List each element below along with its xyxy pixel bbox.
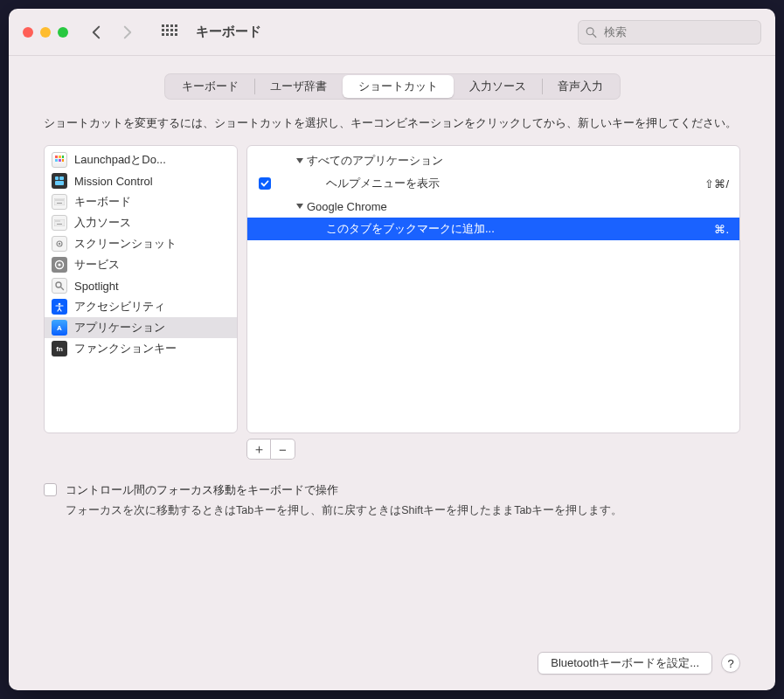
shortcut-item[interactable]: ヘルプメニューを表示 ⇧⌘/ bbox=[247, 172, 739, 195]
shortcut-label: このタブをブックマークに追加... bbox=[326, 221, 707, 237]
shortcut-group[interactable]: すべてのアプリケーション bbox=[247, 149, 739, 172]
svg-rect-33 bbox=[59, 221, 60, 222]
tab-keyboard[interactable]: キーボード bbox=[166, 75, 254, 98]
shortcut-list: すべてのアプリケーション ヘルプメニューを表示 ⇧⌘/ bbox=[246, 145, 740, 433]
close-icon[interactable] bbox=[23, 27, 33, 38]
svg-rect-27 bbox=[61, 200, 62, 201]
category-input-sources[interactable]: 入力ソース bbox=[45, 212, 237, 233]
keyboard-navigation-description: フォーカスを次に移動するときはTabキーを押し、前に戻すときはShiftキーを押… bbox=[66, 502, 740, 520]
tab-text[interactable]: ユーザ辞書 bbox=[254, 75, 343, 98]
window-title: キーボード bbox=[196, 24, 261, 40]
shortcut-group[interactable]: Google Chrome bbox=[247, 195, 739, 218]
shortcut-item[interactable]: このタブをブックマークに追加... ⌘. bbox=[247, 218, 739, 240]
show-all-icon[interactable] bbox=[157, 20, 182, 45]
svg-rect-2 bbox=[170, 24, 173, 27]
group-label: Google Chrome bbox=[307, 200, 387, 213]
category-keyboard[interactable]: キーボード bbox=[45, 191, 237, 212]
remove-button[interactable]: − bbox=[271, 439, 295, 460]
svg-rect-16 bbox=[62, 156, 64, 158]
category-mission-control[interactable]: Mission Control bbox=[45, 170, 237, 191]
svg-rect-5 bbox=[166, 29, 169, 31]
back-button[interactable] bbox=[84, 20, 108, 45]
svg-rect-25 bbox=[58, 200, 59, 201]
svg-point-36 bbox=[59, 243, 60, 245]
tab-dictation[interactable]: 音声入力 bbox=[542, 75, 619, 98]
category-label: Spotlight bbox=[74, 280, 119, 293]
function-keys-icon: fn bbox=[52, 341, 67, 356]
group-label: すべてのアプリケーション bbox=[307, 153, 443, 169]
category-function-keys[interactable]: fn ファンクションキー bbox=[45, 338, 237, 359]
search-icon bbox=[586, 26, 597, 38]
tab-input-sources[interactable]: 入力ソース bbox=[454, 75, 542, 98]
add-button[interactable]: ＋ bbox=[246, 439, 271, 460]
mission-control-icon bbox=[52, 173, 67, 189]
search-input[interactable] bbox=[602, 24, 753, 39]
accessibility-icon bbox=[52, 299, 67, 315]
svg-rect-19 bbox=[62, 159, 64, 162]
category-label: キーボード bbox=[74, 194, 131, 210]
category-label: Mission Control bbox=[74, 175, 153, 188]
keyboard-icon bbox=[52, 194, 67, 210]
help-button[interactable]: ? bbox=[721, 654, 740, 673]
category-label: アクセシビリティ bbox=[74, 299, 165, 315]
bluetooth-keyboard-button[interactable]: Bluetoothキーボードを設定... bbox=[538, 652, 712, 675]
tab-shortcuts[interactable]: ショートカット bbox=[343, 75, 454, 98]
add-remove-buttons: ＋ − bbox=[246, 439, 740, 460]
maximize-icon[interactable] bbox=[58, 27, 68, 38]
category-applications[interactable]: A アプリケーション bbox=[45, 317, 237, 338]
content: キーボード ユーザ辞書 ショートカット 入力ソース 音声入力 ショートカットを変… bbox=[9, 56, 775, 690]
instruction-text: ショートカットを変更するには、ショートカットを選択し、キーコンビネーションをクリ… bbox=[44, 114, 740, 133]
svg-rect-20 bbox=[55, 176, 59, 180]
svg-rect-21 bbox=[59, 176, 64, 180]
spotlight-icon bbox=[52, 278, 67, 294]
svg-rect-9 bbox=[166, 33, 169, 36]
shortcut-keys[interactable]: ⇧⌘/ bbox=[704, 177, 729, 190]
category-services[interactable]: サービス bbox=[45, 254, 237, 275]
svg-point-38 bbox=[58, 263, 60, 266]
svg-rect-3 bbox=[175, 24, 177, 27]
screenshot-icon bbox=[52, 236, 67, 252]
category-accessibility[interactable]: アクセシビリティ bbox=[45, 296, 237, 317]
forward-button[interactable] bbox=[115, 20, 140, 45]
svg-rect-14 bbox=[55, 156, 58, 158]
launchpad-icon bbox=[52, 152, 67, 168]
minimize-icon[interactable] bbox=[40, 27, 51, 38]
svg-rect-28 bbox=[63, 200, 64, 201]
keyboard-navigation-checkbox[interactable] bbox=[44, 483, 57, 496]
category-screenshot[interactable]: スクリーンショット bbox=[45, 233, 237, 254]
svg-rect-23 bbox=[54, 198, 65, 205]
svg-rect-31 bbox=[56, 221, 57, 222]
svg-rect-10 bbox=[170, 33, 173, 36]
svg-rect-15 bbox=[59, 156, 61, 158]
keyboard-navigation-section: コントロール間のフォーカス移動をキーボードで操作 フォーカスを次に移動するときは… bbox=[44, 482, 740, 520]
shortcut-label: ヘルプメニューを表示 bbox=[326, 176, 697, 191]
shortcut-enabled-checkbox[interactable] bbox=[259, 177, 271, 190]
shortcut-keys[interactable]: ⌘. bbox=[714, 223, 729, 236]
category-spotlight[interactable]: Spotlight bbox=[45, 275, 237, 296]
applications-icon: A bbox=[52, 320, 67, 336]
chevron-down-icon bbox=[296, 158, 303, 163]
svg-rect-7 bbox=[175, 29, 177, 31]
category-label: 入力ソース bbox=[74, 215, 131, 231]
category-launchpad[interactable]: LaunchpadとDo... bbox=[45, 149, 237, 170]
input-sources-icon bbox=[52, 215, 67, 231]
preferences-window: キーボード キーボード ユーザ辞書 ショートカット 入力ソース 音声入力 ショー… bbox=[9, 9, 775, 690]
svg-rect-8 bbox=[162, 33, 164, 36]
category-label: ファンクションキー bbox=[74, 341, 177, 356]
chevron-down-icon bbox=[296, 204, 303, 209]
search-field[interactable] bbox=[578, 20, 761, 45]
category-label: アプリケーション bbox=[74, 320, 165, 336]
svg-rect-6 bbox=[170, 29, 173, 31]
shortcut-panes: LaunchpadとDo... Mission Control キーボード bbox=[44, 145, 740, 433]
svg-rect-0 bbox=[162, 24, 164, 27]
svg-rect-18 bbox=[59, 159, 61, 162]
svg-rect-24 bbox=[56, 200, 57, 201]
window-controls bbox=[23, 27, 68, 38]
titlebar: キーボード bbox=[9, 9, 775, 56]
svg-rect-30 bbox=[54, 219, 65, 226]
svg-rect-22 bbox=[55, 181, 64, 185]
tab-bar: キーボード ユーザ辞書 ショートカット 入力ソース 音声入力 bbox=[44, 73, 740, 100]
services-icon bbox=[52, 257, 67, 273]
svg-rect-11 bbox=[175, 33, 177, 36]
svg-line-13 bbox=[593, 33, 596, 37]
